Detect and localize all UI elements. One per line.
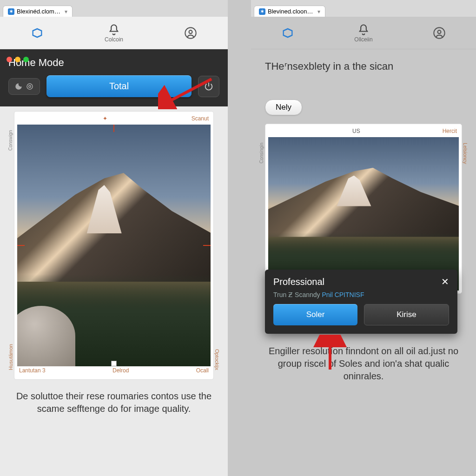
crop-handle-top[interactable]: [113, 125, 114, 132]
moon-icon: [14, 82, 23, 91]
svg-point-0: [185, 27, 196, 38]
side-label-left-top: Conswign: [8, 130, 13, 151]
minimize-dot-icon[interactable]: [15, 57, 20, 62]
close-icon[interactable]: ✕: [441, 276, 449, 287]
preview-label-tr[interactable]: Hercit: [443, 128, 457, 134]
bell-icon[interactable]: Colcoin: [105, 23, 123, 43]
left-panel: ✶ Blexinéd.clom… ▾ Colcoin Home Mode Tot…: [0, 0, 228, 476]
browser-tab[interactable]: ✶ Blevined.cloon… ▾: [254, 6, 325, 17]
professional-modal: Professional ✕ Trun Ƶ Scanndy Pnil CPITN…: [265, 270, 457, 334]
chevron-down-icon[interactable]: ▾: [65, 8, 67, 15]
tab-title: Blevined.cloon…: [268, 8, 313, 15]
close-dot-icon[interactable]: [7, 57, 12, 62]
mode-toolbar: Home Mode Total: [0, 49, 228, 106]
pin-icon[interactable]: ✦: [103, 115, 107, 122]
preview-label-bc[interactable]: Delrod: [112, 367, 129, 374]
modal-subtitle: Trun Ƶ Scanndy Pnil CPITNISF: [273, 291, 449, 298]
side-label-right: Lelsioncy: [463, 143, 468, 164]
side-label-left-top: Consingin: [259, 143, 264, 163]
preview-label-bl[interactable]: Lantutan 3: [19, 367, 46, 374]
scan-preview: US Hercit Consingin Lelsioncy: [265, 124, 462, 294]
svg-point-5: [438, 30, 441, 33]
crop-handle-bottom[interactable]: [111, 361, 117, 366]
bell-label: Colcoin: [105, 36, 123, 43]
crop-handle-left[interactable]: [17, 245, 25, 246]
preview-label-tc: US: [352, 128, 360, 134]
svg-point-1: [189, 30, 192, 33]
browser-tab[interactable]: ✶ Blexinéd.clom… ▾: [3, 6, 73, 17]
browser-tab-bar: ✶ Blevined.cloon… ▾: [251, 0, 476, 17]
svg-point-3: [29, 85, 31, 87]
favicon-icon: ✶: [259, 8, 265, 15]
preview-image[interactable]: [17, 125, 211, 366]
bell-icon[interactable]: Ollceiin: [354, 23, 372, 43]
app-icon-bar: Ollceiin: [251, 17, 476, 49]
tab-title: Blexinéd.clom…: [17, 8, 60, 15]
preview-image[interactable]: [268, 137, 459, 291]
crop-handle-right[interactable]: [203, 245, 211, 246]
bell-label: Ollceiin: [354, 36, 372, 43]
power-icon: [204, 81, 214, 92]
right-heading: THeʳnsexblety in a the sican: [251, 49, 476, 77]
box-icon[interactable]: [31, 26, 44, 40]
total-button[interactable]: Total: [46, 75, 192, 97]
profile-icon[interactable]: [184, 26, 197, 40]
soler-button[interactable]: Soler: [273, 304, 357, 325]
kirise-button[interactable]: Kirise: [364, 304, 449, 325]
box-icon[interactable]: [281, 26, 294, 40]
side-label-left: Husutämon: [8, 344, 13, 370]
chevron-down-icon[interactable]: ▾: [317, 8, 320, 15]
svg-point-2: [27, 84, 33, 89]
modal-title: Professional: [273, 277, 324, 287]
app-icon-bar: Colcoin: [0, 17, 228, 49]
zoom-dot-icon[interactable]: [23, 57, 29, 62]
preview-label-tr[interactable]: Scanut: [192, 115, 209, 122]
window-traffic-lights[interactable]: [7, 57, 29, 62]
power-button[interactable]: [198, 76, 219, 97]
scan-preview: ✦ Scanut Husutämon Optockijx Conswign La…: [14, 111, 214, 380]
nely-button[interactable]: Nely: [265, 99, 302, 115]
svg-point-4: [434, 27, 445, 38]
left-caption: De soluttoe their rese roumaries contos …: [0, 383, 228, 424]
preview-label-br[interactable]: Ocall: [196, 367, 209, 374]
browser-tab-bar: ✶ Blexinéd.clom… ▾: [0, 0, 228, 17]
mode-title: Home Mode: [8, 57, 219, 69]
favicon-icon: ✶: [8, 8, 14, 15]
tool-pill[interactable]: [8, 78, 40, 95]
profile-icon[interactable]: [433, 26, 446, 40]
right-panel: ✶ Blevined.cloon… ▾ Ollceiin THeʳnsexble…: [228, 0, 476, 476]
target-icon: [26, 82, 34, 91]
side-label-right: Optockijx: [214, 349, 220, 370]
